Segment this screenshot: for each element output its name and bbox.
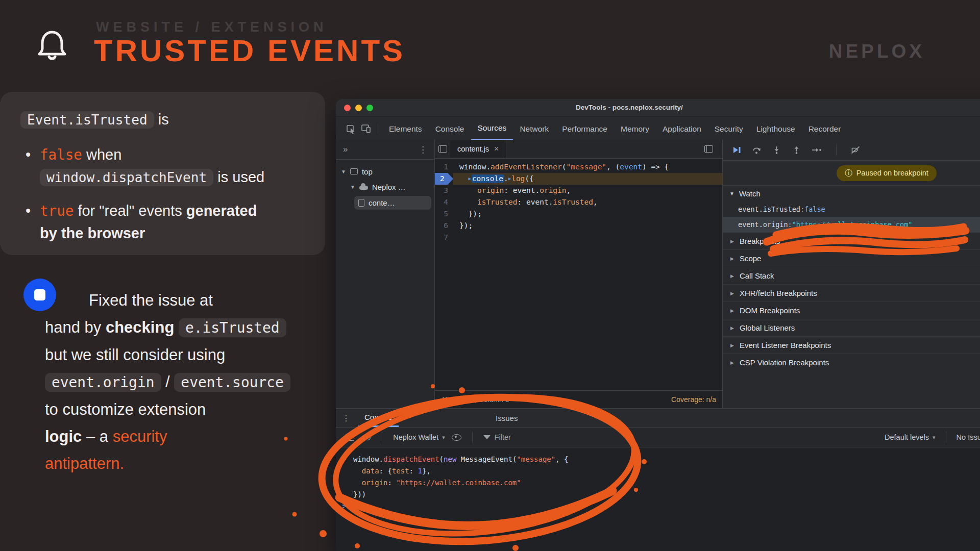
- window-title: DevTools - pocs.neplox.security/: [576, 104, 683, 111]
- deactivate-breakpoints-icon[interactable]: [851, 146, 860, 154]
- devtools-tab-memory[interactable]: Memory: [614, 117, 656, 140]
- line-number[interactable]: 7: [435, 232, 453, 243]
- device-toolbar-icon[interactable]: [358, 121, 374, 136]
- caret-right-icon: ▶: [730, 360, 734, 365]
- devtools-tab-security[interactable]: Security: [708, 117, 750, 140]
- caret-down-icon: ▾: [442, 434, 445, 441]
- devtools-window: DevTools - pocs.neplox.security/ Element…: [336, 99, 980, 551]
- cursor-position: Line 2, Column 3: [455, 395, 509, 404]
- tree-label-contentjs: conte…: [369, 198, 395, 207]
- brand-logo: NEPLOX: [829, 41, 925, 62]
- code-line: 4 isTrusted: event.isTrusted,: [435, 196, 722, 208]
- sources-panel: » ⋮ ▼ top ▼ Neplox … conte…: [336, 140, 980, 408]
- close-window-button[interactable]: [344, 105, 351, 111]
- step-over-icon[interactable]: [752, 146, 762, 154]
- devtools-tab-application[interactable]: Application: [656, 117, 708, 140]
- frame-icon: [350, 168, 358, 174]
- slide: { "colors":{ "page-bg":"#2a2425","accent…: [0, 0, 980, 551]
- drawer-menu-icon[interactable]: ⋮: [342, 413, 350, 423]
- devtools-tab-network[interactable]: Network: [513, 117, 555, 140]
- devtools-tab-console[interactable]: Console: [429, 117, 471, 140]
- filter-funnel-icon: [483, 435, 491, 439]
- tree-row-extension[interactable]: ▼ Neplox …: [336, 179, 434, 194]
- resume-script-icon[interactable]: [732, 146, 742, 154]
- devtools-tab-elements[interactable]: Elements: [382, 117, 429, 140]
- minimize-window-button[interactable]: [355, 105, 362, 111]
- console-input-line: data: {test: 1},: [342, 465, 980, 477]
- console-sidebar-icon[interactable]: [342, 430, 357, 445]
- caret-right-icon: ▶: [730, 256, 734, 261]
- zoom-window-button[interactable]: [366, 105, 373, 111]
- tree-row-top[interactable]: ▼ top: [336, 164, 434, 179]
- console-log[interactable]: >window.dispatchEvent(new MessageEvent("…: [336, 447, 980, 512]
- step-out-icon[interactable]: [792, 146, 801, 154]
- watch-expression-origin[interactable]: event.origin: "https://wallet.coinbase.c…: [723, 217, 980, 232]
- console-drawer: ⋮ Console Issues ⊘ Neplox Wallet ▾ Filte…: [336, 408, 980, 551]
- toggle-navigator-icon[interactable]: [435, 141, 450, 157]
- watch-label: Watch: [739, 189, 761, 198]
- file-tab-label: content.js: [457, 145, 489, 153]
- section-dom-breakpoints[interactable]: ▶ DOM Breakpoints: [723, 302, 980, 319]
- close-icon[interactable]: ×: [494, 144, 499, 154]
- line-number[interactable]: 4: [435, 196, 453, 208]
- line-number[interactable]: 6: [435, 220, 453, 232]
- devtools-tab-performance[interactable]: Performance: [555, 117, 614, 140]
- divider: [946, 432, 946, 443]
- navigator-toolbar: » ⋮: [336, 140, 434, 160]
- navigator-menu-icon[interactable]: ⋮: [419, 144, 427, 155]
- debugger-toolbar: [723, 140, 980, 161]
- console-filter-input[interactable]: Filter: [483, 433, 511, 441]
- section-event-listener-breakpoints[interactable]: ▶ Event Listener Breakpoints: [723, 336, 980, 354]
- execution-pointer[interactable]: 2: [435, 173, 453, 185]
- javascript-context-select[interactable]: Neplox Wallet ▾: [393, 433, 445, 441]
- devtools-tab-lighthouse[interactable]: Lighthouse: [750, 117, 802, 140]
- more-tabs-icon[interactable]: »: [343, 144, 348, 155]
- live-expression-icon[interactable]: [452, 434, 461, 441]
- pretty-print-icon[interactable]: {}: [441, 396, 449, 404]
- section-breakpoints[interactable]: ▶ Breakpoints: [723, 232, 980, 249]
- paused-badge-label: Paused on breakpoint: [856, 169, 928, 177]
- header-kicker: WEBSITE / EXTENSION: [96, 19, 328, 35]
- tree-row-contentjs[interactable]: conte…: [354, 196, 431, 210]
- file-icon: [358, 199, 364, 207]
- inspect-icon[interactable]: [343, 121, 358, 136]
- section-call-stack[interactable]: ▶ Call Stack: [723, 267, 980, 284]
- issues-counter[interactable]: No Issues: [957, 433, 980, 441]
- log-levels-select[interactable]: Default levels ▾: [885, 433, 936, 441]
- file-tab-contentjs[interactable]: content.js ×: [450, 140, 506, 158]
- line-number[interactable]: 3: [435, 185, 453, 196]
- divider: [382, 432, 382, 443]
- drawer-tab-console[interactable]: Console: [358, 409, 399, 427]
- code-line: 5 });: [435, 208, 722, 220]
- step-into-icon[interactable]: [772, 146, 781, 154]
- devtools-tab-recorder[interactable]: Recorder: [802, 117, 848, 140]
- levels-label: Default levels: [885, 433, 929, 441]
- line-number[interactable]: 5: [435, 208, 453, 220]
- prompt-icon: >: [342, 454, 353, 465]
- watch-expression-istrusted[interactable]: event.isTrusted: false: [723, 202, 980, 217]
- tree-label-top: top: [362, 167, 373, 176]
- drawer-tab-issues[interactable]: Issues: [489, 409, 524, 427]
- console-prompt-line[interactable]: >: [342, 500, 980, 512]
- caret-right-icon: ▶: [730, 273, 734, 279]
- editor-statusbar: {} Line 2, Column 3 Coverage: n/a: [435, 390, 722, 408]
- devtools-tab-sources[interactable]: Sources: [471, 117, 513, 140]
- divider: [378, 123, 378, 134]
- clear-console-icon[interactable]: ⊘: [364, 432, 371, 443]
- section-csp-violation-breakpoints[interactable]: ▶ CSP Violation Breakpoints: [723, 354, 980, 371]
- editor-tab-strip: content.js ×: [435, 140, 722, 159]
- code-line-paused: 2 ▶console.▶log({: [435, 173, 722, 185]
- watch-section-header[interactable]: ▼ Watch: [723, 186, 980, 202]
- code-editor: content.js × 1window.addEventListener("m…: [435, 140, 722, 408]
- code-line: 6});: [435, 220, 722, 232]
- card-title: Event.isTrusted is: [20, 109, 305, 130]
- console-input-line: origin: "https://wallet.coinbase.com": [342, 477, 980, 489]
- editor-panel-icon[interactable]: [701, 141, 716, 157]
- section-scope[interactable]: ▶ Scope: [723, 249, 980, 267]
- line-number[interactable]: 1: [435, 161, 453, 173]
- step-icon[interactable]: [812, 146, 822, 154]
- section-xhr-breakpoints[interactable]: ▶ XHR/fetch Breakpoints: [723, 284, 980, 302]
- filter-placeholder: Filter: [495, 433, 511, 441]
- section-global-listeners[interactable]: ▶ Global Listeners: [723, 319, 980, 336]
- coverage-status[interactable]: Coverage: n/a: [671, 395, 716, 404]
